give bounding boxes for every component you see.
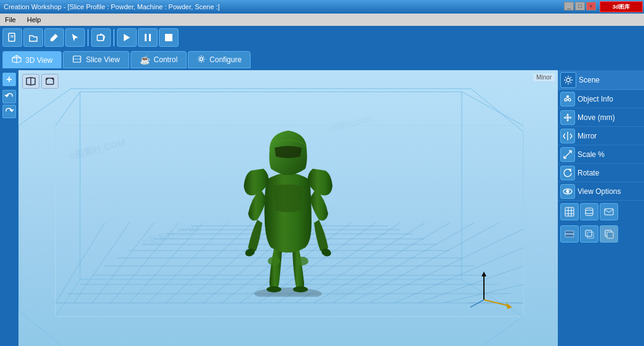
- box-view-button-2[interactable]: [580, 225, 598, 243]
- tab-configure-icon: [197, 55, 206, 65]
- perspective-button[interactable]: [22, 74, 39, 89]
- tab-control-icon: ☕: [140, 55, 150, 65]
- left-panel: +: [0, 70, 18, 346]
- logo-badge: 3d图库: [600, 1, 643, 12]
- svg-point-79: [566, 78, 570, 82]
- envelope-button[interactable]: [600, 203, 618, 220]
- tab-3d-view-label: 3D View: [25, 56, 52, 65]
- svg-rect-92: [565, 207, 574, 216]
- scene-label: Minor: [533, 73, 555, 81]
- move-item[interactable]: Move (mm): [558, 108, 644, 127]
- icon-row-1: [558, 201, 644, 223]
- scene-panel-label: Scene: [579, 76, 600, 84]
- object-info-icon: [560, 92, 575, 107]
- add-button[interactable]: +: [2, 73, 16, 86]
- rotate-item[interactable]: Rotate: [558, 164, 644, 182]
- tab-control[interactable]: ☕ Control: [131, 51, 187, 68]
- rotate-icon: [560, 166, 575, 180]
- window-controls[interactable]: _ □ ×: [564, 2, 596, 10]
- tab-slice-view-label: Slice View: [86, 55, 119, 64]
- title-bar: Creation Workshop - [Slice Profile : Pow…: [0, 0, 644, 14]
- svg-marker-84: [566, 113, 569, 116]
- orthogonal-button[interactable]: [41, 74, 58, 89]
- scale-item[interactable]: Scale %: [558, 145, 644, 164]
- menu-file[interactable]: File: [2, 16, 18, 23]
- mirror-icon: [560, 129, 575, 143]
- view-options-icon: [560, 184, 575, 199]
- move-icon: [560, 110, 575, 125]
- view-control-buttons: [22, 74, 58, 89]
- svg-rect-10: [165, 34, 172, 41]
- rotate-label: Rotate: [578, 169, 599, 177]
- new-button[interactable]: [2, 28, 22, 47]
- scene-panel-icon[interactable]: [560, 72, 576, 88]
- svg-rect-88: [566, 116, 569, 119]
- maximize-button[interactable]: □: [575, 2, 585, 10]
- menu-help[interactable]: Help: [25, 16, 44, 23]
- svg-rect-98: [605, 209, 613, 215]
- right-panel: Scene Object Info Move (mm) Mirror Scale: [558, 70, 644, 346]
- svg-rect-97: [586, 208, 593, 215]
- grid-view-button[interactable]: [560, 203, 579, 220]
- object-info-label: Object Info: [578, 95, 613, 103]
- minimize-button[interactable]: _: [564, 2, 574, 10]
- svg-point-81: [565, 99, 567, 101]
- pointer-button[interactable]: [65, 28, 85, 47]
- object-info-item[interactable]: Object Info: [558, 90, 644, 108]
- tab-configure[interactable]: Configure: [188, 51, 251, 68]
- tab-3d-view-icon: [12, 55, 22, 65]
- scale-icon: [560, 147, 575, 162]
- toolbar-separator-2: [113, 29, 115, 46]
- object-view-button[interactable]: [580, 203, 598, 220]
- tab-configure-label: Configure: [209, 55, 241, 64]
- mirror-label: Mirror: [578, 132, 597, 140]
- undo-button[interactable]: [2, 90, 16, 103]
- svg-rect-104: [607, 232, 613, 238]
- pen-tool-button[interactable]: [44, 28, 64, 47]
- toolbar: [0, 26, 644, 49]
- svg-marker-86: [563, 116, 566, 119]
- mirror-item[interactable]: Mirror: [558, 127, 644, 145]
- scale-label: Scale %: [578, 150, 605, 159]
- icon-row-2: [558, 223, 644, 245]
- svg-marker-85: [566, 119, 569, 122]
- view-options-item[interactable]: View Options: [558, 182, 644, 201]
- svg-marker-7: [124, 34, 130, 41]
- tab-slice-view[interactable]: Slice View: [63, 51, 129, 68]
- box-view-button-3[interactable]: [600, 225, 618, 243]
- svg-point-80: [567, 95, 569, 97]
- svg-rect-3: [97, 35, 103, 41]
- shape-button[interactable]: [91, 28, 111, 47]
- pause-button[interactable]: [138, 28, 158, 47]
- box-view-button-1[interactable]: [560, 225, 579, 243]
- close-button[interactable]: ×: [586, 2, 596, 10]
- move-label: Move (mm): [578, 113, 615, 122]
- tab-slice-view-icon: [72, 55, 82, 65]
- svg-marker-87: [570, 116, 572, 119]
- 3d-viewport[interactable]: ©图新社.COM ©图新社.COM ©图新社.COM ©图新社.COM ©图新社…: [18, 70, 558, 346]
- tab-control-label: Control: [154, 55, 178, 64]
- play-button[interactable]: [117, 28, 137, 47]
- svg-rect-8: [145, 34, 147, 41]
- svg-rect-102: [587, 232, 594, 238]
- svg-point-16: [200, 57, 203, 60]
- viewport-background: [18, 70, 558, 346]
- menu-bar: File Help: [0, 14, 644, 26]
- tab-3d-view[interactable]: 3D View: [2, 51, 62, 68]
- view-options-label: View Options: [578, 187, 621, 196]
- redo-button[interactable]: [2, 105, 16, 118]
- app-title: Creation Workshop - [Slice Profile : Pow…: [4, 3, 220, 10]
- svg-rect-9: [149, 34, 151, 41]
- svg-rect-101: [586, 230, 592, 236]
- open-button[interactable]: [23, 28, 43, 47]
- main-area: + ©图新社.COM ©图新社.COM ©图新社.COM ©图新社.COM ©图…: [0, 70, 644, 346]
- stop-button[interactable]: [159, 28, 179, 47]
- svg-point-82: [568, 99, 571, 101]
- tab-bar: 3D View Slice View ☕ Control Configure: [0, 49, 644, 70]
- toolbar-separator: [87, 29, 89, 46]
- svg-point-91: [566, 190, 569, 193]
